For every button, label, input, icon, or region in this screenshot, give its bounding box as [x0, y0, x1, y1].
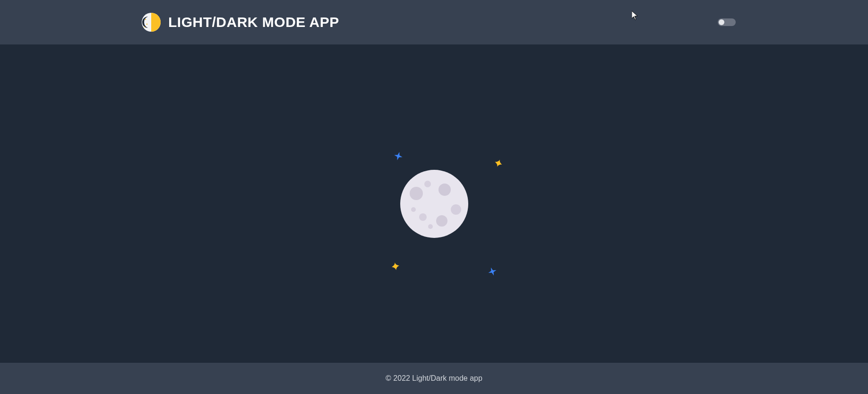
svg-point-7	[424, 181, 431, 187]
moon-illustration	[387, 157, 481, 251]
svg-point-12	[411, 207, 416, 212]
header-left: LIGHT/DARK MODE APP	[142, 13, 339, 32]
svg-point-6	[438, 184, 451, 196]
svg-point-1	[145, 19, 146, 20]
footer-copyright: © 2022 Light/Dark mode app	[386, 374, 482, 383]
footer: © 2022 Light/Dark mode app	[0, 363, 868, 394]
svg-point-8	[451, 204, 461, 215]
svg-point-11	[428, 224, 433, 229]
app-logo-icon	[142, 13, 161, 32]
star-icon	[495, 159, 502, 167]
svg-point-2	[146, 24, 147, 25]
moon-icon	[400, 170, 468, 238]
header: LIGHT/DARK MODE APP	[0, 0, 868, 44]
star-icon	[392, 263, 399, 270]
svg-point-10	[436, 215, 447, 227]
svg-point-9	[419, 213, 427, 221]
main-content	[0, 44, 868, 363]
svg-point-5	[410, 187, 423, 200]
theme-toggle[interactable]	[718, 18, 736, 26]
star-icon	[394, 152, 403, 160]
app-title: LIGHT/DARK MODE APP	[168, 14, 339, 30]
svg-point-3	[144, 26, 145, 27]
toggle-knob	[719, 19, 724, 25]
star-icon	[488, 267, 497, 276]
svg-point-4	[400, 170, 468, 238]
